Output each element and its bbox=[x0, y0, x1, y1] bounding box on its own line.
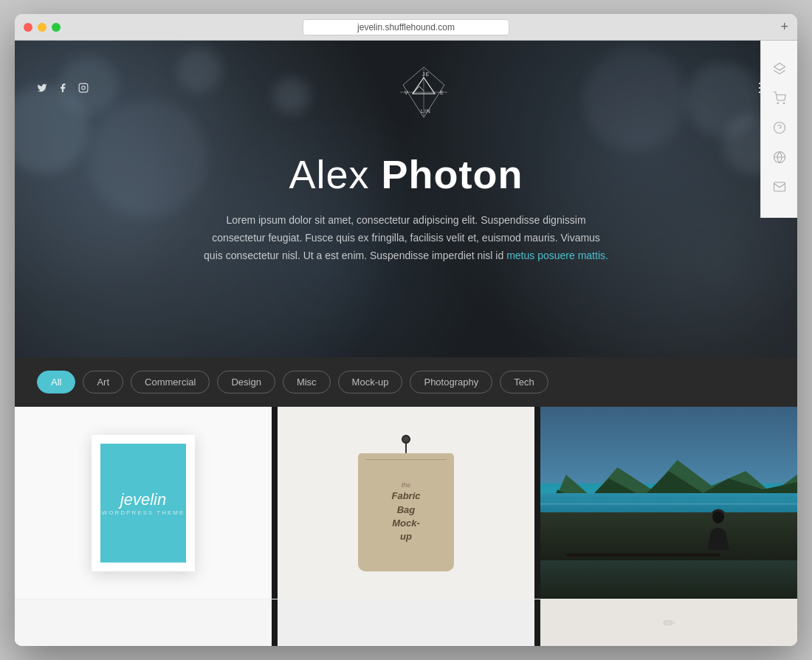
globe-icon[interactable] bbox=[773, 151, 786, 167]
bottom-separator-2 bbox=[534, 599, 540, 646]
hero-link[interactable]: metus posuere mattis. bbox=[506, 250, 608, 261]
filter-design[interactable]: Design bbox=[217, 371, 275, 393]
lake-photo bbox=[540, 407, 797, 599]
close-button[interactable] bbox=[24, 23, 32, 32]
facebook-link[interactable] bbox=[58, 83, 68, 95]
filter-bar: All Art Commercial Design Misc Mock-up P… bbox=[15, 357, 797, 407]
bag-label: the Fabric Bag Mock- up bbox=[391, 481, 420, 543]
filter-misc[interactable]: Misc bbox=[283, 371, 331, 393]
add-tab-button[interactable]: + bbox=[780, 19, 788, 35]
hero-title: Alex Photon bbox=[203, 151, 609, 197]
mail-icon[interactable] bbox=[773, 180, 786, 196]
filter-tech[interactable]: Tech bbox=[500, 371, 548, 393]
svg-text:LIN: LIN bbox=[421, 109, 431, 114]
cart-icon[interactable] bbox=[773, 92, 786, 108]
filter-all[interactable]: All bbox=[37, 371, 75, 393]
traffic-lights bbox=[24, 23, 61, 32]
bottom-item-2 bbox=[278, 599, 534, 646]
site-logo: JE V E LIN bbox=[394, 63, 453, 122]
browser-window: jevelin.shufflehound.com + bbox=[15, 14, 797, 646]
address-bar[interactable]: jevelin.shufflehound.com bbox=[303, 19, 509, 35]
hero-description: Lorem ipsum dolor sit amet, consectetur … bbox=[203, 212, 609, 264]
hero-navigation: JE V E LIN bbox=[15, 41, 797, 137]
right-sidebar bbox=[760, 41, 797, 218]
maximize-button[interactable] bbox=[52, 23, 61, 32]
filter-art[interactable]: Art bbox=[83, 371, 123, 393]
filter-photography[interactable]: Photography bbox=[410, 371, 492, 393]
bottom-separator-1 bbox=[272, 599, 278, 646]
browser-titlebar: jevelin.shufflehound.com + bbox=[15, 14, 797, 41]
bag-container: the Fabric Bag Mock- up bbox=[358, 435, 454, 571]
svg-point-2 bbox=[783, 103, 785, 104]
person-silhouette bbox=[703, 506, 733, 557]
separator-2 bbox=[534, 407, 540, 599]
instagram-link[interactable] bbox=[78, 83, 89, 95]
hero-content: Alex Photon Lorem ipsum dolor sit amet, … bbox=[173, 151, 639, 264]
hero-title-light: Alex bbox=[289, 152, 381, 196]
svg-point-1 bbox=[777, 103, 779, 104]
hero-section: JE V E LIN bbox=[15, 41, 797, 357]
bottom-item-1 bbox=[15, 599, 272, 646]
svg-text:JE: JE bbox=[422, 72, 430, 77]
portfolio-grid: jevelin WORDPRESS THEME bbox=[15, 407, 797, 599]
brand-subtitle: WORDPRESS THEME bbox=[102, 509, 185, 516]
question-icon[interactable] bbox=[773, 121, 786, 137]
svg-text:E: E bbox=[440, 90, 444, 95]
layers-icon[interactable] bbox=[773, 62, 786, 78]
svg-rect-7 bbox=[79, 83, 88, 92]
bottom-item-3: ✏ bbox=[540, 599, 797, 646]
minimize-button[interactable] bbox=[38, 23, 47, 32]
filter-mockup[interactable]: Mock-up bbox=[338, 371, 403, 393]
svg-marker-0 bbox=[774, 63, 785, 71]
separator-1 bbox=[272, 407, 278, 599]
bag-body: the Fabric Bag Mock- up bbox=[358, 453, 454, 571]
social-links bbox=[37, 83, 89, 95]
website: JE V E LIN bbox=[15, 41, 797, 646]
svg-text:V: V bbox=[405, 90, 408, 95]
hero-title-bold: Photon bbox=[382, 152, 523, 196]
bag-top bbox=[384, 435, 428, 453]
browser-content: JE V E LIN bbox=[15, 41, 797, 646]
twitter-link[interactable] bbox=[37, 83, 47, 95]
brand-text: jevelin bbox=[120, 490, 166, 509]
filter-commercial[interactable]: Commercial bbox=[131, 371, 210, 393]
portfolio-item-1[interactable]: jevelin WORDPRESS THEME bbox=[15, 407, 272, 599]
svg-point-3 bbox=[774, 123, 785, 134]
portfolio-bottom-row: ✏ bbox=[15, 599, 797, 646]
portfolio-item-3[interactable] bbox=[540, 407, 797, 599]
frame-mockup: jevelin WORDPRESS THEME bbox=[92, 435, 195, 571]
portfolio-item-2[interactable]: the Fabric Bag Mock- up bbox=[278, 407, 534, 599]
